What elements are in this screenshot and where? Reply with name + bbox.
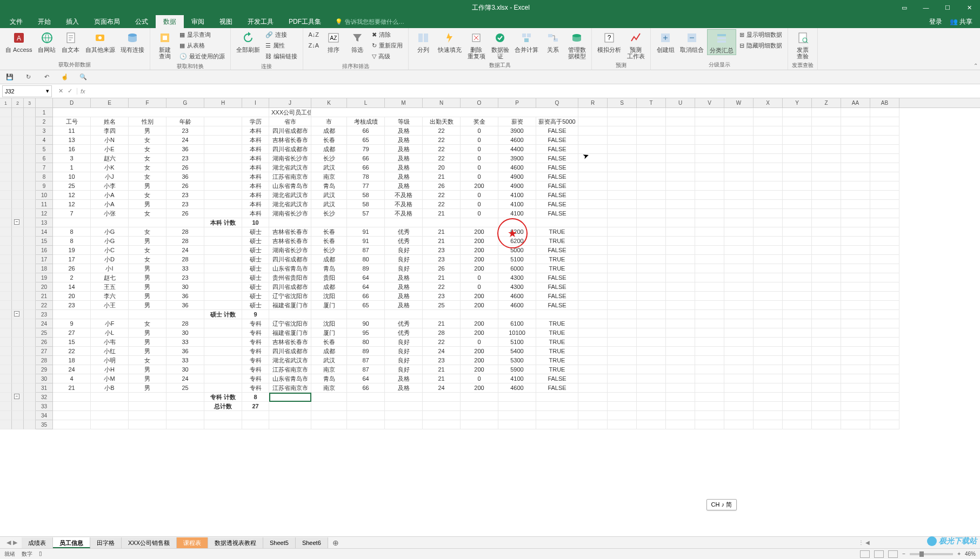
cell[interactable]: [724, 282, 754, 292]
cell[interactable]: [637, 365, 666, 374]
cell[interactable]: [637, 338, 666, 347]
cell[interactable]: 小王: [91, 301, 129, 310]
cell[interactable]: [870, 365, 899, 374]
filter-button[interactable]: 筛选: [346, 29, 369, 54]
outline-gutter[interactable]: [0, 282, 12, 292]
cell[interactable]: [666, 200, 695, 209]
cell[interactable]: 吉林省长春市: [269, 227, 311, 237]
row-header[interactable]: 24: [36, 319, 53, 328]
cell[interactable]: [608, 145, 637, 154]
cell[interactable]: 湖南省长沙市: [269, 246, 311, 255]
cell[interactable]: [841, 338, 870, 347]
col-header[interactable]: Q: [536, 98, 578, 107]
cell[interactable]: TRUE: [536, 255, 578, 264]
cell[interactable]: [204, 420, 242, 429]
cell[interactable]: 山东省青岛市: [269, 374, 311, 383]
cell[interactable]: [578, 282, 608, 292]
tab-pdf[interactable]: PDF工具集: [281, 15, 329, 28]
cell[interactable]: [608, 365, 637, 374]
sheet-nav-next-icon[interactable]: ▶: [13, 539, 17, 546]
cell[interactable]: 长沙: [311, 154, 347, 163]
cell[interactable]: [204, 227, 242, 237]
cell[interactable]: 18: [53, 356, 91, 365]
outline-gutter[interactable]: [24, 319, 36, 328]
outline-gutter[interactable]: [12, 191, 24, 200]
outline-gutter[interactable]: [24, 237, 36, 246]
cell[interactable]: 小F: [91, 319, 129, 328]
edit-links-button[interactable]: ⛓编辑链接: [263, 51, 299, 62]
cell[interactable]: 24: [423, 383, 461, 393]
cell[interactable]: [724, 319, 754, 328]
row-header[interactable]: 2: [36, 117, 53, 126]
outline-gutter[interactable]: [12, 273, 24, 282]
cell[interactable]: FALSE: [536, 301, 578, 310]
cell[interactable]: [754, 136, 783, 145]
cell[interactable]: [841, 356, 870, 365]
cell[interactable]: [724, 310, 754, 319]
cell[interactable]: [608, 319, 637, 328]
cell[interactable]: [204, 264, 242, 273]
cell[interactable]: 20: [53, 292, 91, 301]
outline-gutter[interactable]: [12, 145, 24, 154]
cell[interactable]: [695, 310, 724, 319]
from-table-button[interactable]: ▦从表格: [177, 40, 227, 51]
outline-gutter[interactable]: [24, 191, 36, 200]
subtotal-cell[interactable]: [347, 402, 385, 411]
existing-conn-button[interactable]: 现有连接: [118, 29, 146, 54]
cell[interactable]: [695, 154, 724, 163]
cell[interactable]: [841, 108, 870, 117]
cell[interactable]: [812, 117, 841, 126]
cell[interactable]: [754, 145, 783, 154]
cell[interactable]: 武汉: [311, 191, 347, 200]
cell[interactable]: 87: [347, 365, 385, 374]
cell[interactable]: 女: [129, 319, 166, 328]
cell[interactable]: 77: [347, 181, 385, 191]
sheet-tab[interactable]: Sheet5: [263, 537, 296, 548]
cell[interactable]: 21: [423, 273, 461, 282]
row-header[interactable]: 3: [36, 126, 53, 136]
cell[interactable]: [724, 264, 754, 273]
cell[interactable]: 硕士: [242, 237, 269, 246]
cell[interactable]: [204, 338, 242, 347]
cell[interactable]: [724, 292, 754, 301]
cell[interactable]: 5300: [498, 356, 536, 365]
cell[interactable]: [608, 411, 637, 420]
cell[interactable]: FALSE: [536, 246, 578, 255]
cell[interactable]: 辽宁省沈阳市: [269, 292, 311, 301]
cell[interactable]: [695, 365, 724, 374]
cell[interactable]: 12: [53, 191, 91, 200]
cell[interactable]: [841, 154, 870, 163]
undo-icon[interactable]: ↶: [41, 72, 52, 83]
cell[interactable]: 小D: [91, 255, 129, 264]
cell[interactable]: 硕士: [242, 255, 269, 264]
outline-gutter[interactable]: [12, 200, 24, 209]
cell[interactable]: 16: [53, 145, 91, 154]
cell[interactable]: 23: [423, 356, 461, 365]
outline-gutter[interactable]: [24, 255, 36, 264]
outline-gutter[interactable]: [12, 347, 24, 356]
header-cell[interactable]: 工号: [53, 117, 91, 126]
outline-toggle[interactable]: −: [14, 394, 19, 399]
cell[interactable]: 男: [129, 273, 166, 282]
subtotal-cell[interactable]: [129, 310, 166, 319]
outline-gutter[interactable]: [24, 209, 36, 218]
row-header[interactable]: 14: [36, 227, 53, 237]
cell[interactable]: 女: [129, 145, 166, 154]
col-header[interactable]: I: [242, 98, 269, 107]
subtotal-cell[interactable]: [311, 402, 347, 411]
cell[interactable]: [695, 347, 724, 356]
cell[interactable]: 长春: [311, 136, 347, 145]
cell[interactable]: [812, 420, 841, 429]
cell[interactable]: FALSE: [536, 172, 578, 181]
outline-gutter[interactable]: [0, 374, 12, 383]
cell[interactable]: [578, 347, 608, 356]
outline-gutter[interactable]: [24, 163, 36, 172]
cell[interactable]: 及格: [385, 126, 423, 136]
subtotal-cell[interactable]: [536, 402, 578, 411]
cell[interactable]: [695, 301, 724, 310]
cell[interactable]: [783, 218, 812, 227]
cell[interactable]: [870, 310, 899, 319]
cell[interactable]: [724, 209, 754, 218]
cell[interactable]: [724, 301, 754, 310]
cancel-formula-icon[interactable]: ✕: [58, 87, 63, 95]
